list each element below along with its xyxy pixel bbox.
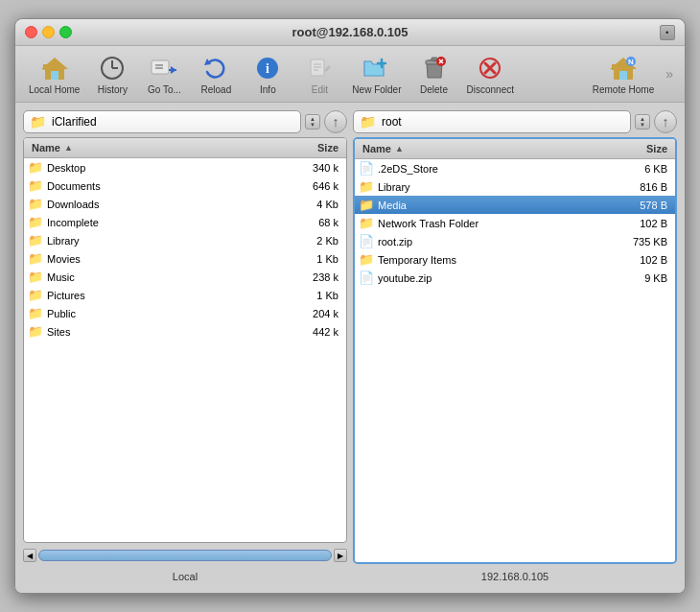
new-folder-button[interactable]: New Folder bbox=[346, 50, 407, 98]
local-scrollbar[interactable] bbox=[38, 550, 332, 561]
remote-file-name: 📄 .2eDS_Store bbox=[355, 160, 608, 177]
local-file-icon: 📁 bbox=[28, 178, 43, 193]
local-file-row[interactable]: 📁 Movies 1 Kb bbox=[24, 249, 346, 268]
disconnect-label: Disconnect bbox=[467, 84, 514, 95]
remote-path-folder-icon: 📁 bbox=[360, 114, 376, 129]
local-file-name-text: Public bbox=[47, 308, 76, 319]
titlebar: root@192.168.0.105 ▪ bbox=[15, 19, 685, 46]
local-file-row[interactable]: 📁 Documents 646 k bbox=[24, 177, 346, 195]
remote-home-button[interactable]: N Remote Home bbox=[587, 50, 660, 98]
local-file-name-text: Music bbox=[47, 271, 75, 283]
new-folder-label: New Folder bbox=[352, 84, 401, 95]
remote-file-name-text: Media bbox=[378, 200, 407, 211]
local-file-name-text: Sites bbox=[47, 326, 70, 338]
remote-file-name-text: root.zip bbox=[378, 236, 412, 247]
local-path-text: iClarified bbox=[52, 115, 97, 129]
reload-button[interactable]: Reload bbox=[191, 50, 241, 98]
toolbar: Local Home History bbox=[15, 46, 685, 103]
local-file-icon: 📁 bbox=[28, 306, 43, 320]
remote-file-size: 102 B bbox=[608, 217, 675, 230]
resize-icon: ▪ bbox=[660, 25, 675, 40]
reload-label: Reload bbox=[201, 84, 232, 95]
local-file-row[interactable]: 📁 Pictures 1 Kb bbox=[24, 286, 346, 304]
local-file-size: 2 Kb bbox=[279, 234, 346, 247]
remote-path-select[interactable]: 📁 root bbox=[353, 110, 631, 133]
svg-rect-25 bbox=[432, 58, 437, 60]
delete-icon bbox=[419, 53, 450, 83]
local-file-name: 📁 Downloads bbox=[24, 196, 279, 212]
local-name-header: Name ▲ bbox=[24, 140, 279, 155]
remote-file-icon: 📄 bbox=[359, 234, 374, 248]
goto-icon bbox=[149, 53, 179, 83]
local-scroll-left[interactable]: ◀ bbox=[23, 549, 36, 562]
local-file-name-text: Downloads bbox=[47, 199, 99, 210]
minimize-button[interactable] bbox=[42, 26, 55, 38]
local-file-name: 📁 Public bbox=[24, 305, 279, 321]
remote-file-icon: 📁 bbox=[359, 252, 374, 267]
local-file-row[interactable]: 📁 Downloads 4 Kb bbox=[24, 195, 346, 213]
local-file-row[interactable]: 📁 Library 2 Kb bbox=[24, 231, 346, 249]
local-path-up-button[interactable]: ↑ bbox=[324, 110, 347, 133]
maximize-button[interactable] bbox=[59, 26, 72, 38]
svg-text:i: i bbox=[266, 61, 269, 76]
local-file-icon: 📁 bbox=[28, 197, 43, 211]
remote-status: 192.168.0.105 bbox=[353, 568, 677, 585]
remote-file-row[interactable]: 📁 Library 816 B bbox=[355, 177, 675, 196]
remote-file-size: 6 KB bbox=[608, 162, 675, 176]
edit-button[interactable]: Edit bbox=[294, 50, 344, 98]
remote-file-table-wrapper: Name ▲ Size 📄 .2eDS_Store 6 KB 📁 Library… bbox=[353, 137, 677, 564]
remote-file-name: 📁 Library bbox=[355, 178, 608, 195]
local-path-dropdown[interactable]: ▲▼ bbox=[305, 114, 320, 129]
local-size-header: Size bbox=[279, 140, 346, 155]
remote-file-table: Name ▲ Size 📄 .2eDS_Store 6 KB 📁 Library… bbox=[355, 139, 675, 562]
edit-icon bbox=[304, 53, 335, 83]
local-path-select[interactable]: 📁 iClarified bbox=[23, 110, 301, 133]
local-status: Local bbox=[23, 568, 347, 585]
remote-file-size: 9 KB bbox=[608, 271, 675, 285]
local-file-icon: 📁 bbox=[28, 215, 43, 229]
local-file-size: 4 Kb bbox=[279, 198, 346, 211]
remote-home-label: Remote Home bbox=[593, 84, 654, 95]
local-file-name-text: Incomplete bbox=[47, 217, 99, 228]
local-scroll-right[interactable]: ▶ bbox=[334, 549, 347, 562]
local-file-icon: 📁 bbox=[28, 160, 43, 175]
remote-home-icon: N bbox=[608, 53, 639, 83]
local-file-name: 📁 Movies bbox=[24, 250, 279, 267]
local-file-row[interactable]: 📁 Sites 442 k bbox=[24, 322, 346, 341]
local-file-row[interactable]: 📁 Music 238 k bbox=[24, 268, 346, 286]
remote-file-row[interactable]: 📄 youtube.zip 9 KB bbox=[355, 269, 675, 287]
local-home-button[interactable]: Local Home bbox=[23, 50, 85, 98]
remote-file-table-header: Name ▲ Size bbox=[355, 139, 675, 159]
disconnect-button[interactable]: Disconnect bbox=[461, 50, 520, 98]
local-file-row[interactable]: 📁 Incomplete 68 k bbox=[24, 213, 346, 231]
local-file-size: 1 Kb bbox=[279, 252, 346, 266]
local-file-icon: 📁 bbox=[28, 233, 43, 247]
local-file-size: 204 k bbox=[279, 307, 346, 320]
remote-path-up-button[interactable]: ↑ bbox=[654, 110, 677, 133]
history-label: History bbox=[98, 84, 128, 95]
goto-button[interactable]: Go To... bbox=[139, 50, 189, 98]
remote-file-row[interactable]: 📄 root.zip 735 KB bbox=[355, 232, 675, 250]
remote-file-row[interactable]: 📁 Media 578 B bbox=[355, 196, 675, 214]
remote-file-row[interactable]: 📁 Network Trash Folder 102 B bbox=[355, 214, 675, 232]
delete-label: Delete bbox=[420, 84, 448, 95]
remote-file-row[interactable]: 📄 .2eDS_Store 6 KB bbox=[355, 159, 675, 177]
svg-rect-35 bbox=[612, 64, 616, 70]
remote-file-icon: 📄 bbox=[359, 271, 374, 285]
remote-file-size: 816 B bbox=[608, 180, 675, 194]
history-button[interactable]: History bbox=[87, 50, 137, 98]
remote-size-header: Size bbox=[608, 141, 675, 156]
remote-file-row[interactable]: 📁 Temporary Items 102 B bbox=[355, 250, 675, 269]
delete-button[interactable]: Delete bbox=[409, 50, 459, 98]
local-file-table-body: 📁 Desktop 340 k 📁 Documents 646 k 📁 Down… bbox=[24, 158, 346, 542]
remote-file-name: 📄 youtube.zip bbox=[355, 270, 608, 286]
svg-text:N: N bbox=[628, 58, 634, 66]
remote-path-dropdown[interactable]: ▲▼ bbox=[635, 114, 650, 129]
toolbar-overflow-chevron[interactable]: » bbox=[662, 62, 677, 85]
local-file-size: 646 k bbox=[279, 179, 346, 193]
close-button[interactable] bbox=[25, 26, 37, 38]
local-file-row[interactable]: 📁 Desktop 340 k bbox=[24, 158, 346, 177]
traffic-lights bbox=[25, 26, 72, 38]
local-file-row[interactable]: 📁 Public 204 k bbox=[24, 304, 346, 322]
info-button[interactable]: i Info bbox=[243, 50, 292, 98]
